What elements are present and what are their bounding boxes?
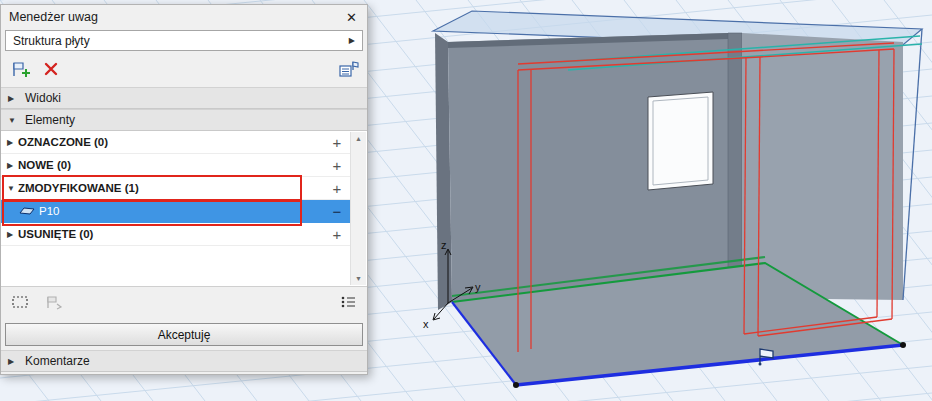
category-label: USUNIĘTE (0) <box>18 228 324 240</box>
zoom-to-note-icon[interactable] <box>43 294 63 313</box>
panel-title: Menedżer uwag <box>9 10 346 24</box>
elements-list: ▶ OZNACZONE (0) + ▶ NOWE (0) + ▼ ZMODYFI… <box>1 131 367 287</box>
element-label: P10 <box>39 205 324 217</box>
category-label: OZNACZONE (0) <box>18 136 324 148</box>
chevron-down-icon: ▼ <box>8 116 19 125</box>
section-header-widoki[interactable]: ▶ Widoki <box>1 87 367 109</box>
category-label: NOWE (0) <box>18 159 324 171</box>
slab-node-left[interactable] <box>513 382 519 388</box>
section-label: Elementy <box>25 113 75 127</box>
dropdown-arrow-icon: ▶ <box>349 36 355 45</box>
scroll-down-icon[interactable]: ▼ <box>355 272 362 285</box>
add-elements-button[interactable]: + <box>324 226 350 243</box>
list-scrollbar[interactable]: ▲ ▼ <box>350 132 366 285</box>
window <box>648 92 713 190</box>
panel-titlebar[interactable]: Menedżer uwag ✕ <box>1 5 367 29</box>
corner-column <box>728 33 742 298</box>
category-label: ZMODYFIKOWANE (1) <box>18 182 324 194</box>
section-label: Widoki <box>25 91 61 105</box>
axis-label-z: z <box>441 239 447 251</box>
add-note-icon[interactable] <box>9 59 31 82</box>
chevron-right-icon[interactable]: ▶ <box>7 161 18 170</box>
close-icon[interactable]: ✕ <box>346 11 357 24</box>
add-elements-button[interactable]: + <box>324 157 350 174</box>
add-elements-button[interactable]: + <box>324 180 350 197</box>
axis-label-x: x <box>423 318 429 330</box>
add-elements-button[interactable]: + <box>324 134 350 151</box>
element-row-p10[interactable]: P10 − <box>1 200 350 223</box>
model: z y x <box>423 11 922 388</box>
bottom-toolbar <box>1 287 367 319</box>
section-header-komentarze[interactable]: ▶ Komentarze <box>1 350 367 372</box>
section-header-elementy[interactable]: ▼ Elementy <box>1 109 367 131</box>
category-row-oznaczone[interactable]: ▶ OZNACZONE (0) + <box>1 131 350 154</box>
slab-icon <box>19 206 39 216</box>
section-label: Komentarze <box>25 354 90 368</box>
chevron-right-icon: ▶ <box>8 94 19 103</box>
axis-label-y: y <box>475 281 481 293</box>
chevron-down-icon[interactable]: ▼ <box>7 184 18 193</box>
chevron-right-icon[interactable]: ▶ <box>7 138 18 147</box>
scroll-up-icon[interactable]: ▲ <box>355 132 362 145</box>
application-window: z y x Menedżer uwag ✕ Struktura płyty ▶ <box>0 0 932 401</box>
comments-manager-panel: Menedżer uwag ✕ Struktura płyty ▶ <box>0 4 368 375</box>
scheme-dropdown[interactable]: Struktura płyty ▶ <box>5 30 363 51</box>
list-options-icon[interactable] <box>339 294 357 313</box>
category-row-zmodyfikowane[interactable]: ▼ ZMODYFIKOWANE (1) + <box>1 177 350 200</box>
top-toolbar <box>1 53 367 87</box>
note-settings-icon[interactable] <box>337 59 359 82</box>
accept-button[interactable]: Akceptuję <box>5 323 363 346</box>
chevron-right-icon: ▶ <box>8 357 19 366</box>
marquee-select-icon[interactable] <box>11 295 29 312</box>
category-row-usuniete[interactable]: ▶ USUNIĘTE (0) + <box>1 223 350 246</box>
category-row-nowe[interactable]: ▶ NOWE (0) + <box>1 154 350 177</box>
scheme-dropdown-value: Struktura płyty <box>13 34 349 48</box>
chevron-right-icon[interactable]: ▶ <box>7 230 18 239</box>
delete-note-icon[interactable] <box>43 61 59 80</box>
slab-node-right[interactable] <box>900 342 906 348</box>
remove-element-button[interactable]: − <box>324 203 350 220</box>
